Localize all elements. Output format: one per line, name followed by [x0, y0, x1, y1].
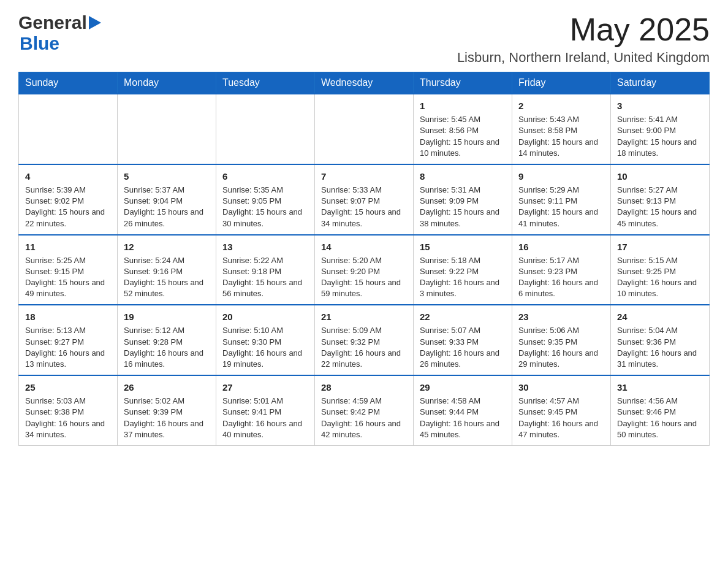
day-info: Sunset: 9:44 PM: [420, 407, 506, 418]
day-info: Sunset: 9:18 PM: [222, 266, 308, 277]
day-info: Sunset: 9:38 PM: [25, 407, 111, 418]
day-info: Sunrise: 5:37 AM: [124, 185, 210, 196]
day-info: Sunrise: 5:10 AM: [222, 325, 308, 336]
day-info: Sunset: 9:28 PM: [124, 337, 210, 348]
day-info: Sunset: 9:22 PM: [420, 266, 506, 277]
day-number: 9: [518, 170, 604, 183]
day-info: Sunrise: 4:59 AM: [321, 396, 407, 407]
day-number: 30: [518, 381, 604, 394]
day-info: Sunrise: 5:02 AM: [124, 396, 210, 407]
day-info: Sunrise: 5:09 AM: [321, 325, 407, 336]
day-info: Daylight: 16 hours and 16 minutes.: [124, 348, 210, 370]
day-info: Sunset: 9:36 PM: [617, 337, 703, 348]
day-info: Sunset: 9:41 PM: [222, 407, 308, 418]
table-row: 11Sunrise: 5:25 AMSunset: 9:15 PMDayligh…: [19, 235, 118, 305]
day-number: 5: [124, 170, 210, 183]
table-row: 9Sunrise: 5:29 AMSunset: 9:11 PMDaylight…: [512, 164, 611, 235]
day-info: Daylight: 16 hours and 47 minutes.: [518, 418, 604, 440]
day-number: 29: [420, 381, 506, 394]
day-number: 8: [420, 170, 506, 183]
day-info: Sunrise: 5:29 AM: [518, 185, 604, 196]
table-row: 16Sunrise: 5:17 AMSunset: 9:23 PMDayligh…: [512, 235, 611, 305]
day-info: Sunset: 9:20 PM: [321, 266, 407, 277]
day-info: Sunrise: 5:06 AM: [518, 325, 604, 336]
table-row: 26Sunrise: 5:02 AMSunset: 9:39 PMDayligh…: [118, 375, 216, 445]
table-row: 28Sunrise: 4:59 AMSunset: 9:42 PMDayligh…: [315, 375, 414, 445]
header-friday: Friday: [512, 72, 611, 94]
month-title: May 2025: [457, 12, 710, 47]
day-number: 4: [25, 170, 111, 183]
day-info: Sunrise: 5:33 AM: [321, 185, 407, 196]
logo-arrow-icon: [89, 16, 101, 29]
day-info: Sunrise: 5:41 AM: [617, 114, 703, 125]
day-info: Sunrise: 5:07 AM: [420, 325, 506, 336]
day-info: Sunset: 9:35 PM: [518, 337, 604, 348]
day-info: Daylight: 15 hours and 22 minutes.: [25, 207, 111, 229]
day-info: Sunset: 9:33 PM: [420, 337, 506, 348]
day-number: 1: [420, 99, 506, 112]
day-info: Sunset: 9:09 PM: [420, 196, 506, 207]
day-info: Sunrise: 5:31 AM: [420, 185, 506, 196]
table-row: 25Sunrise: 5:03 AMSunset: 9:38 PMDayligh…: [19, 375, 118, 445]
svg-marker-0: [89, 16, 101, 29]
day-info: Sunset: 9:46 PM: [617, 407, 703, 418]
day-number: 23: [518, 310, 604, 323]
day-info: Sunrise: 5:20 AM: [321, 255, 407, 266]
day-info: Sunset: 8:58 PM: [518, 125, 604, 136]
day-info: Daylight: 15 hours and 45 minutes.: [617, 207, 703, 229]
day-info: Sunrise: 5:39 AM: [25, 185, 111, 196]
day-info: Sunset: 9:13 PM: [617, 196, 703, 207]
day-info: Daylight: 15 hours and 30 minutes.: [222, 207, 308, 229]
day-info: Sunrise: 4:56 AM: [617, 396, 703, 407]
day-info: Sunset: 9:23 PM: [518, 266, 604, 277]
table-row: 1Sunrise: 5:45 AMSunset: 8:56 PMDaylight…: [414, 94, 512, 164]
header-saturday: Saturday: [611, 72, 710, 94]
header-tuesday: Tuesday: [216, 72, 315, 94]
day-info: Sunset: 9:02 PM: [25, 196, 111, 207]
day-info: Sunset: 9:39 PM: [124, 407, 210, 418]
day-number: 28: [321, 381, 407, 394]
day-info: Sunrise: 5:22 AM: [222, 255, 308, 266]
table-row: 22Sunrise: 5:07 AMSunset: 9:33 PMDayligh…: [414, 305, 512, 375]
day-info: Daylight: 16 hours and 34 minutes.: [25, 418, 111, 440]
day-number: 27: [222, 381, 308, 394]
day-info: Sunrise: 5:45 AM: [420, 114, 506, 125]
day-info: Sunset: 9:42 PM: [321, 407, 407, 418]
day-info: Daylight: 16 hours and 19 minutes.: [222, 348, 308, 370]
table-row: 3Sunrise: 5:41 AMSunset: 9:00 PMDaylight…: [611, 94, 710, 164]
day-info: Daylight: 15 hours and 34 minutes.: [321, 207, 407, 229]
day-info: Sunrise: 5:24 AM: [124, 255, 210, 266]
logo: General Blue: [18, 12, 101, 54]
day-info: Daylight: 16 hours and 29 minutes.: [518, 348, 604, 370]
day-info: Sunrise: 5:25 AM: [25, 255, 111, 266]
day-info: Sunset: 9:16 PM: [124, 266, 210, 277]
header-thursday: Thursday: [414, 72, 512, 94]
day-info: Daylight: 16 hours and 42 minutes.: [321, 418, 407, 440]
day-info: Sunset: 9:04 PM: [124, 196, 210, 207]
table-row: 5Sunrise: 5:37 AMSunset: 9:04 PMDaylight…: [118, 164, 216, 235]
table-row: 8Sunrise: 5:31 AMSunset: 9:09 PMDaylight…: [414, 164, 512, 235]
day-info: Sunset: 9:15 PM: [25, 266, 111, 277]
day-info: Sunrise: 4:58 AM: [420, 396, 506, 407]
day-number: 14: [321, 240, 407, 253]
table-row: 27Sunrise: 5:01 AMSunset: 9:41 PMDayligh…: [216, 375, 315, 445]
title-area: May 2025 Lisburn, Northern Ireland, Unit…: [457, 12, 710, 66]
day-number: 16: [518, 240, 604, 253]
day-info: Sunset: 9:07 PM: [321, 196, 407, 207]
day-info: Sunset: 8:56 PM: [420, 125, 506, 136]
day-info: Daylight: 15 hours and 10 minutes.: [420, 137, 506, 159]
table-row: 2Sunrise: 5:43 AMSunset: 8:58 PMDaylight…: [512, 94, 611, 164]
day-info: Sunrise: 5:15 AM: [617, 255, 703, 266]
table-row: 15Sunrise: 5:18 AMSunset: 9:22 PMDayligh…: [414, 235, 512, 305]
day-info: Daylight: 16 hours and 26 minutes.: [420, 348, 506, 370]
day-info: Sunrise: 4:57 AM: [518, 396, 604, 407]
day-number: 11: [25, 240, 111, 253]
calendar-table: Sunday Monday Tuesday Wednesday Thursday…: [18, 72, 710, 446]
day-info: Daylight: 16 hours and 45 minutes.: [420, 418, 506, 440]
day-number: 17: [617, 240, 703, 253]
day-number: 12: [124, 240, 210, 253]
logo-general-text: General: [18, 12, 87, 33]
day-info: Sunrise: 5:04 AM: [617, 325, 703, 336]
day-info: Sunrise: 5:43 AM: [518, 114, 604, 125]
logo-blue-text: Blue: [18, 33, 59, 54]
